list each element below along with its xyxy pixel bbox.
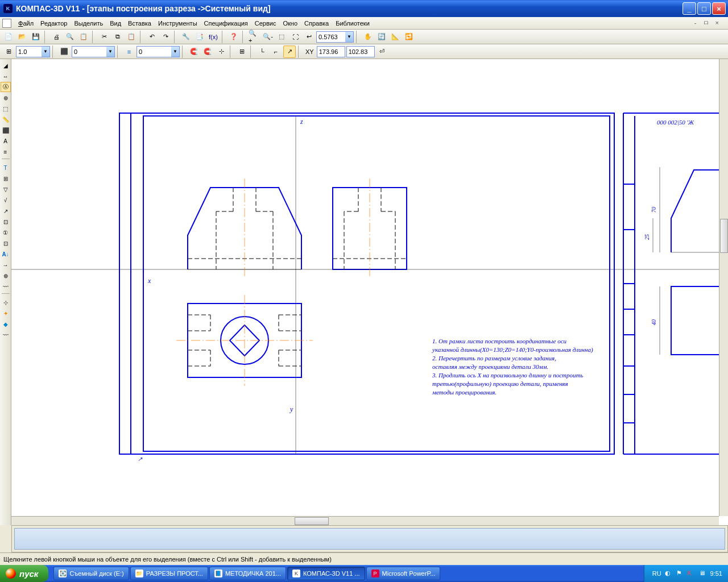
coord-y-input[interactable] <box>346 46 375 57</box>
snap-off-button[interactable]: 🧲 <box>201 45 214 58</box>
zoom-out-button[interactable]: 🔍- <box>262 31 274 43</box>
tool-center[interactable]: ⊕ <box>1 271 11 281</box>
paste-button[interactable]: 📋 <box>125 31 138 43</box>
task-item-4[interactable]: PMicrosoft PowerP... <box>366 567 441 580</box>
mdi-buttons[interactable]: - ㅁ × <box>694 19 726 27</box>
select-tab[interactable]: ⬛ <box>1 125 11 135</box>
spec-tab[interactable]: A <box>1 136 11 146</box>
coord-x-input[interactable] <box>317 46 345 57</box>
pan-button[interactable]: ✋ <box>362 31 374 43</box>
new-button[interactable]: 📄 <box>2 31 15 43</box>
tool-wave[interactable]: 〰 <box>1 281 11 292</box>
snap-on-button[interactable]: 🧲 <box>188 45 200 58</box>
menu-view[interactable]: Вид <box>106 19 125 28</box>
close-button[interactable]: × <box>712 2 726 15</box>
tray-icon-2[interactable]: ⚑ <box>676 569 684 577</box>
coord-lock-button[interactable]: ⏎ <box>376 45 388 58</box>
manager-button[interactable]: 📑 <box>193 31 206 43</box>
layer-input[interactable] <box>72 47 106 57</box>
rotate-button[interactable]: 🔄 <box>375 31 388 43</box>
spec-button[interactable]: 📋 <box>77 31 90 43</box>
geometry-tab[interactable]: ◢ <box>1 60 11 70</box>
ortho-button[interactable]: └ <box>256 45 268 58</box>
menu-edit[interactable]: Редактор <box>37 19 71 28</box>
designation-tab[interactable]: Ⓐ <box>1 82 11 92</box>
edit-tab[interactable]: ⊕ <box>1 93 11 103</box>
grid-button[interactable]: ⊞ <box>235 45 248 58</box>
start-button[interactable]: пуск <box>0 565 48 582</box>
reports-tab[interactable]: ≡ <box>1 147 11 157</box>
task-item-0[interactable]: 💽Съемный диск (E:) <box>53 567 129 580</box>
tool-arrow[interactable]: → <box>1 260 11 270</box>
tray-lang[interactable]: RU <box>652 570 661 577</box>
copy-button[interactable]: ⧉ <box>111 31 124 43</box>
open-button[interactable]: 📂 <box>16 31 28 43</box>
zoom-input[interactable] <box>317 32 345 42</box>
tray-icon-4[interactable]: 🖥 <box>699 569 707 577</box>
maximize-button[interactable]: □ <box>697 2 711 15</box>
tool-autoaxis[interactable]: ⊹ <box>1 297 11 307</box>
step-dd[interactable]: ▼ <box>42 47 49 57</box>
tool-base[interactable]: ▽ <box>1 184 11 194</box>
menu-service[interactable]: Сервис <box>251 19 280 28</box>
property-panel-inner[interactable] <box>14 528 725 550</box>
tool-table[interactable]: ⊞ <box>1 173 11 184</box>
tray-clock[interactable]: 9:51 <box>710 570 722 577</box>
tool-origin[interactable]: ◆ <box>1 319 11 329</box>
measure-tab[interactable]: 📏 <box>1 114 11 124</box>
zoom-value-field[interactable]: ▼ <box>316 31 354 43</box>
tool-break[interactable]: 〰 <box>1 330 11 340</box>
task-item-2[interactable]: 📘МЕТОДИЧКА 201... <box>209 567 286 580</box>
variables-button[interactable]: f(x) <box>207 31 220 43</box>
menu-spec[interactable]: Спецификация <box>201 19 251 28</box>
style-icon[interactable]: ≡ <box>123 45 135 58</box>
tool-cut-line[interactable]: A↓ <box>1 249 11 259</box>
local-cs-button[interactable]: ↗ <box>283 45 296 58</box>
tray-icon-3[interactable]: K <box>688 569 696 577</box>
print-button[interactable]: 🖨 <box>50 31 63 43</box>
redo-button[interactable]: ↷ <box>159 31 172 43</box>
tool-pos[interactable]: ① <box>1 227 11 238</box>
tool-leader[interactable]: ↗ <box>1 206 11 216</box>
menu-file[interactable]: Файл <box>15 19 37 28</box>
zoom-dd-arrow[interactable]: ▼ <box>345 32 353 42</box>
horizontal-scrollbar[interactable] <box>11 516 719 525</box>
style-field[interactable]: ▼ <box>136 46 180 57</box>
style-input[interactable] <box>137 47 171 57</box>
round-button[interactable]: ⌐ <box>270 45 282 58</box>
drawing-area[interactable]: ↗ z x y <box>11 59 728 525</box>
minimize-button[interactable]: _ <box>682 2 696 15</box>
param-tab[interactable]: ⬚ <box>1 103 11 114</box>
task-item-3[interactable]: KКОМПАС-3D V11 ... <box>287 567 365 580</box>
zoom-fit-button[interactable]: ⛶ <box>289 31 301 43</box>
grid-snap-button[interactable]: ⊹ <box>215 45 228 58</box>
menu-insert[interactable]: Вставка <box>125 19 155 28</box>
refresh-button[interactable]: 🔁 <box>403 31 415 43</box>
tool-text[interactable]: T <box>1 163 11 173</box>
tool-rough[interactable]: √ <box>1 195 11 205</box>
style-dd[interactable]: ▼ <box>171 47 179 57</box>
help-context-button[interactable]: ❓ <box>228 31 240 43</box>
menu-libraries[interactable]: Библиотеки <box>332 19 373 28</box>
zoom-in-button[interactable]: 🔍+ <box>248 31 260 43</box>
cut-button[interactable]: ✂ <box>98 31 110 43</box>
tool-axis[interactable]: ✦ <box>1 308 11 318</box>
rebuild-button[interactable]: 📐 <box>389 31 402 43</box>
tool-tolerance[interactable]: ⊡ <box>1 238 11 248</box>
step-field[interactable]: ▼ <box>16 46 50 57</box>
vertical-scrollbar[interactable] <box>719 59 728 516</box>
step-icon[interactable]: ⊞ <box>2 45 15 58</box>
tool-brand[interactable]: ⊡ <box>1 217 11 227</box>
dimensions-tab[interactable]: ↔ <box>1 71 11 81</box>
menu-help[interactable]: Справка <box>301 19 332 28</box>
tray-icon-1[interactable]: ◐ <box>665 569 673 577</box>
save-button[interactable]: 💾 <box>30 31 42 43</box>
menu-window[interactable]: Окно <box>279 19 301 28</box>
undo-button[interactable]: ↶ <box>146 31 158 43</box>
zoom-window-button[interactable]: ⬚ <box>275 31 288 43</box>
zoom-previous-button[interactable]: ↩ <box>303 31 315 43</box>
menu-tools[interactable]: Инструменты <box>155 19 201 28</box>
menu-select[interactable]: Выделить <box>71 19 106 28</box>
task-item-1[interactable]: 📁РАЗРЕЗЫ ПРОСТ... <box>130 567 208 580</box>
props-button[interactable]: 🔧 <box>180 31 192 43</box>
